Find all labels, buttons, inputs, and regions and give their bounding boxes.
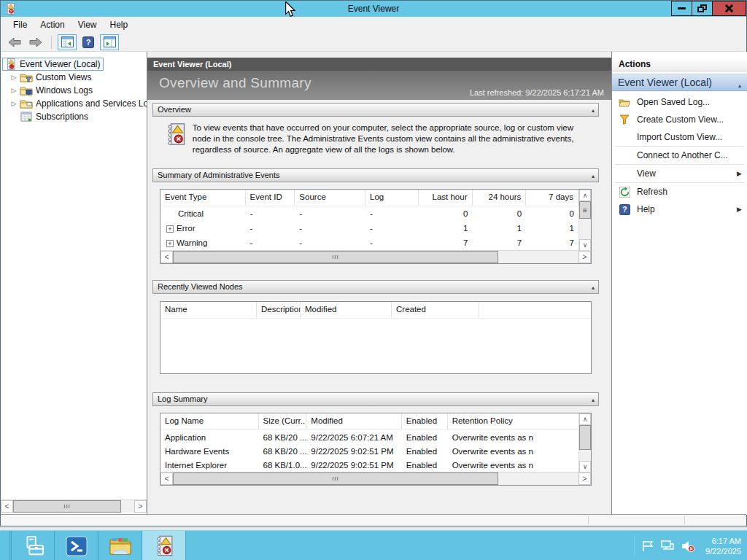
collapse-icon[interactable]: ▴ — [738, 77, 741, 94]
scrollbar-thumb[interactable]: ≡ — [579, 201, 591, 219]
table-row[interactable]: +Error - - - 1 1 1 — [160, 221, 578, 236]
menu-file[interactable]: File — [7, 18, 34, 32]
scrollbar-track[interactable] — [121, 500, 134, 513]
expand-arrow-icon[interactable]: ▷ — [8, 87, 20, 94]
volume-muted-icon[interactable] — [681, 540, 695, 553]
column-header[interactable]: Source — [295, 190, 365, 206]
menu-action[interactable]: Action — [34, 18, 71, 32]
help-toolbar-button[interactable]: ? — [79, 34, 98, 50]
tree-item-custom-views[interactable]: ▷ Custom Views — [8, 71, 91, 84]
collapse-icon[interactable]: ▴ — [592, 394, 595, 406]
collapse-icon[interactable]: ▴ — [592, 170, 595, 182]
show-console-tree-button[interactable] — [58, 34, 77, 50]
tree-horizontal-scrollbar[interactable]: < III > — [1, 499, 147, 513]
scroll-right-button[interactable]: > — [578, 251, 591, 263]
expand-plus-icon[interactable]: + — [166, 225, 174, 233]
scrollbar-track[interactable] — [498, 251, 578, 263]
scroll-up-button[interactable]: ∧ — [579, 190, 591, 201]
action-open-saved-log[interactable]: Open Saved Log... — [612, 93, 747, 111]
log-summary-section-header[interactable]: Log Summary ▴ — [152, 392, 599, 406]
back-button[interactable] — [5, 34, 24, 50]
column-header[interactable]: Log — [365, 190, 419, 206]
action-create-custom-view[interactable]: Create Custom View... — [612, 111, 747, 128]
column-header[interactable]: Event Type — [160, 190, 246, 206]
tree-item-event-viewer-local[interactable]: Event Viewer (Local) — [2, 58, 104, 71]
recent-table: Name Description Modified Created — [160, 301, 592, 374]
action-center-flag-icon[interactable] — [642, 540, 654, 552]
scroll-down-button[interactable]: ∨ — [579, 239, 591, 251]
column-header[interactable]: Enabled — [402, 413, 448, 429]
collapse-icon[interactable]: ▴ — [592, 281, 595, 294]
menu-view[interactable]: View — [71, 18, 104, 32]
scrollbar-thumb[interactable] — [579, 425, 591, 450]
enabled-cell: Enabled — [402, 461, 448, 470]
forward-button[interactable] — [26, 34, 45, 50]
column-header[interactable]: Modified — [301, 302, 392, 318]
scroll-right-button[interactable]: > — [578, 472, 591, 485]
menu-help[interactable]: Help — [104, 18, 135, 32]
summary-horizontal-scrollbar[interactable]: < III > — [160, 250, 591, 263]
log-horizontal-scrollbar[interactable]: < III > — [160, 472, 591, 485]
column-header[interactable]: Event ID — [246, 190, 295, 206]
table-row[interactable]: Internet Explorer 68 KB/1.0... 9/22/2025… — [160, 458, 578, 472]
scrollbar-track[interactable] — [579, 450, 591, 461]
column-header[interactable]: Description — [257, 302, 301, 318]
column-header[interactable]: Size (Curr... — [259, 413, 307, 429]
scrollbar-track[interactable] — [498, 472, 578, 485]
minimize-button[interactable] — [671, 1, 692, 16]
show-action-pane-button[interactable] — [100, 34, 119, 50]
collapse-icon[interactable]: ▴ — [592, 104, 595, 117]
summary-vertical-scrollbar[interactable]: ∧ ≡ ∨ — [578, 190, 591, 251]
column-header[interactable]: Log Name — [160, 413, 259, 429]
column-header[interactable]: 24 hours — [473, 190, 527, 206]
log-vertical-scrollbar[interactable]: ∧ ∨ — [578, 413, 591, 472]
scrollbar-thumb[interactable]: III — [173, 251, 498, 263]
scrollbar-thumb[interactable]: III — [13, 500, 121, 513]
tree-item-applications-services-logs[interactable]: ▷ Applications and Services Lo — [8, 97, 147, 110]
column-header[interactable]: Modified — [306, 413, 402, 429]
table-row[interactable]: Hardware Events 68 KB/20 ... 9/22/2025 9… — [160, 444, 578, 458]
column-header[interactable]: Retention Policy — [448, 413, 578, 429]
log-table-header: Log Name Size (Curr... Modified Enabled … — [160, 413, 591, 430]
scrollbar-thumb[interactable]: III — [173, 472, 498, 485]
recent-section-header[interactable]: Recently Viewed Nodes ▴ — [152, 280, 599, 294]
column-header[interactable]: 7 days — [526, 190, 578, 206]
action-import-custom-view[interactable]: Import Custom View... — [612, 128, 747, 146]
table-row[interactable]: +Warning - - - 7 7 7 — [160, 236, 578, 250]
expand-plus-icon[interactable]: + — [166, 240, 174, 247]
recent-table-empty-body[interactable] — [160, 319, 591, 373]
summary-section-header[interactable]: Summary of Administrative Events ▴ — [152, 168, 599, 182]
taskbar-powershell-button[interactable] — [55, 531, 98, 560]
table-row[interactable]: Application 68 KB/20 ... 9/22/2025 6:07:… — [160, 430, 578, 444]
scroll-right-button[interactable]: > — [134, 500, 147, 513]
expand-arrow-icon[interactable]: ▷ — [8, 74, 20, 81]
taskbar-event-viewer-button[interactable] — [142, 531, 186, 560]
table-row[interactable]: Critical - - - 0 0 0 — [160, 206, 578, 221]
taskbar-file-explorer-button[interactable] — [98, 531, 142, 560]
close-button[interactable] — [712, 1, 746, 16]
column-header[interactable]: Last hour — [419, 190, 473, 206]
scrollbar-track[interactable] — [579, 219, 591, 239]
scroll-left-button[interactable]: < — [160, 251, 173, 263]
action-view[interactable]: View ▶ — [612, 165, 747, 182]
network-icon[interactable] — [660, 540, 675, 552]
column-header[interactable]: Name — [160, 302, 257, 318]
restore-button[interactable] — [692, 1, 713, 16]
start-corner[interactable] — [0, 531, 10, 560]
titlebar[interactable]: Event Viewer — [1, 1, 746, 17]
scroll-left-button[interactable]: < — [1, 500, 13, 513]
action-refresh[interactable]: Refresh — [612, 183, 747, 201]
overview-section-header[interactable]: Overview ▴ — [152, 103, 599, 117]
column-header[interactable]: Created — [392, 302, 479, 318]
expand-arrow-icon[interactable]: ▷ — [8, 100, 20, 107]
tree-item-subscriptions[interactable]: Subscriptions — [20, 110, 88, 123]
taskbar-server-manager-button[interactable] — [11, 531, 55, 560]
actions-group-header[interactable]: Event Viewer (Local) ▴ — [612, 74, 747, 91]
action-help[interactable]: ? Help ▶ — [612, 201, 747, 218]
taskbar-clock[interactable]: 6:17 AM 9/22/2025 — [705, 536, 741, 556]
action-connect-to-another-computer[interactable]: Connect to Another C... — [612, 147, 747, 164]
scroll-up-button[interactable]: ∧ — [579, 413, 591, 425]
scroll-down-button[interactable]: ∨ — [579, 461, 591, 472]
tree-item-windows-logs[interactable]: ▷ Windows Logs — [8, 84, 93, 97]
scroll-left-button[interactable]: < — [160, 472, 173, 485]
